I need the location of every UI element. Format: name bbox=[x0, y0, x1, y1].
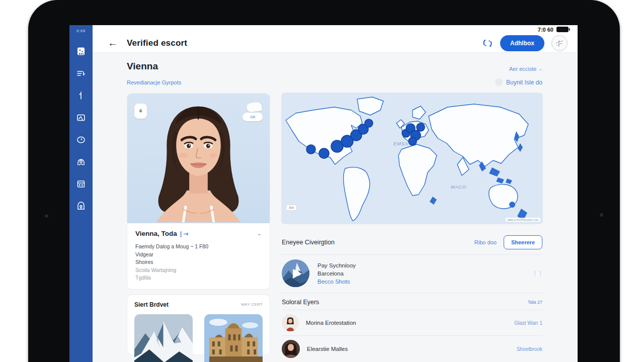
back-button[interactable]: ← bbox=[108, 37, 121, 49]
bezel-camera-dot-left bbox=[45, 214, 48, 218]
battery-icon bbox=[556, 27, 569, 32]
clock-icon[interactable] bbox=[76, 134, 87, 145]
speech-bubble-icon bbox=[246, 102, 262, 113]
events-link[interactable]: Ribo doo bbox=[474, 239, 497, 245]
person-arch-icon[interactable] bbox=[76, 156, 87, 167]
profile-title: Vienna, Toda bbox=[135, 230, 177, 237]
events-title: Eneyee Civeirgtion bbox=[282, 239, 335, 246]
adhlbox-button[interactable]: Adhlbox bbox=[500, 35, 544, 51]
person-name: Elearstie Malles bbox=[307, 346, 348, 352]
main-area: 7:0 60 ← Verified escort Adhlbox bbox=[93, 25, 578, 362]
video-row[interactable]: Pay Sychnlooy Barcelona Becco Shots ⁞ ⁞ bbox=[282, 255, 542, 292]
drag-handle-icon[interactable]: ⁞ ⁞ bbox=[534, 269, 542, 277]
gallery-title: Siert Brdvet bbox=[134, 301, 169, 308]
profile-detail: Faemdy Dalog a Moug ~ 1 F80 bbox=[135, 243, 262, 251]
map-zoom-control[interactable]: 300 bbox=[286, 205, 297, 211]
app-logo-icon[interactable] bbox=[76, 46, 87, 56]
person-action-link[interactable]: Glast Warr 1 bbox=[514, 320, 542, 326]
social-title: Soloral Eyers bbox=[282, 299, 319, 306]
gallery-action-link[interactable]: MAY CERT bbox=[241, 302, 263, 307]
image-folder-icon[interactable] bbox=[76, 112, 87, 123]
sort-dropdown-label: Aer ecciste bbox=[509, 66, 536, 72]
info-circle-icon bbox=[495, 78, 503, 86]
calendar-icon[interactable] bbox=[76, 178, 87, 189]
bezel-camera-dot-right bbox=[600, 213, 603, 217]
profile-card[interactable]: ⚘ GA Vienna, Toda | ⇢ ⌄ bbox=[127, 93, 270, 290]
map-link[interactable]: Buynit Isle do bbox=[506, 79, 542, 86]
video-title: Pay Sychnlooy bbox=[317, 261, 356, 269]
gallery-thumb-palace[interactable] bbox=[204, 314, 263, 362]
label-bubble: GA bbox=[243, 113, 263, 121]
wardrobe-icon[interactable] bbox=[76, 201, 87, 211]
social-section-header: Soloral Eyers Tala 27 bbox=[282, 299, 542, 306]
person-name: Morina Erotestation bbox=[306, 320, 356, 326]
page-header-title: Verified escort bbox=[127, 38, 187, 48]
profile-detail: Vidgear bbox=[135, 251, 262, 259]
person-row[interactable]: Elearstie Malles Shoetbrook bbox=[282, 336, 542, 362]
sort-dropdown[interactable]: Aer ecciste ⌄ bbox=[509, 66, 542, 72]
city-title: Vienna bbox=[127, 61, 158, 72]
map-attribution: aaej a frem ecoaut t au bbox=[506, 218, 540, 222]
verified-badge-icon[interactable]: ⚘ bbox=[134, 104, 147, 119]
map-canvas: EMSA MACO bbox=[282, 93, 542, 224]
video-link[interactable]: Becco Shots bbox=[317, 278, 356, 286]
world-map[interactable]: EMSA MACO 300 aaej a frem ecoaut t au bbox=[282, 93, 542, 224]
profile-detail: Shoires bbox=[135, 258, 262, 266]
profile-detail-muted: Scoila Wartajning bbox=[135, 266, 262, 275]
tablet-frame: 0:09 bbox=[28, 0, 620, 362]
profile-title-link[interactable]: | ⇢ bbox=[180, 230, 189, 237]
gallery-thumb-mountains[interactable] bbox=[134, 314, 193, 362]
profile-detail-muted: Tgdlila bbox=[135, 274, 262, 282]
user-avatar[interactable] bbox=[551, 35, 568, 51]
sync-icon[interactable] bbox=[482, 38, 493, 49]
map-ocean-label: EMSA bbox=[393, 141, 409, 146]
filter-list-icon[interactable] bbox=[76, 68, 87, 78]
status-clock: 7:0 60 bbox=[538, 27, 553, 33]
person-action-link[interactable]: Shoetbrook bbox=[517, 346, 542, 352]
map-ocean-label: MACO bbox=[451, 185, 466, 190]
share-button[interactable]: Sheerere bbox=[504, 235, 542, 249]
events-section-header: Eneyee Civeirgtion Ribo doo Sheerere bbox=[282, 235, 542, 249]
chat-bubbles[interactable]: GA bbox=[240, 103, 263, 123]
person-avatar bbox=[282, 314, 299, 331]
profile-portrait: ⚘ GA bbox=[127, 94, 270, 223]
status-bar: 7:0 60 bbox=[93, 25, 578, 34]
video-subtitle: Barcelona bbox=[317, 269, 356, 278]
sidebar: 0:09 bbox=[69, 25, 93, 362]
gallery-card: Siert Brdvet MAY CERT bbox=[127, 295, 270, 355]
subtitle-link[interactable]: Revedianacje Gyrpots bbox=[127, 79, 181, 85]
social-link[interactable]: Tala 27 bbox=[528, 300, 542, 305]
profile-expand-chevron[interactable]: ⌄ bbox=[257, 230, 262, 237]
content: Vienna Aer ecciste ⌄ Revedianacje Gyrpot… bbox=[93, 53, 578, 362]
pin-icon[interactable] bbox=[76, 90, 87, 101]
person-avatar bbox=[282, 340, 300, 358]
sidebar-clock: 0:09 bbox=[76, 29, 86, 33]
screen: 0:09 bbox=[69, 25, 578, 362]
person-row[interactable]: Morina Erotestation Glast Warr 1 bbox=[282, 310, 542, 335]
chevron-down-icon: ⌄ bbox=[538, 66, 542, 71]
video-thumbnail[interactable] bbox=[282, 259, 309, 287]
app-header: ← Verified escort Adhlbox bbox=[93, 34, 578, 53]
divider bbox=[282, 293, 542, 293]
